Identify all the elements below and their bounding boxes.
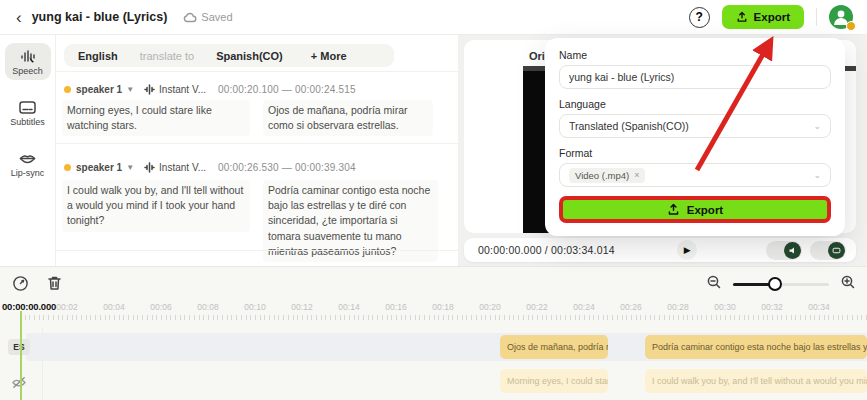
delete-segment-button[interactable] xyxy=(44,273,64,293)
voice-icon xyxy=(144,162,155,173)
tick-label: 00:12 xyxy=(285,302,319,312)
zoom-out-button[interactable] xyxy=(707,275,721,293)
transcript-panel: English translate to Spanish(CO) + More … xyxy=(56,35,458,266)
user-avatar[interactable] xyxy=(829,5,853,29)
language-select-value: Translated (Spanish(CO)) xyxy=(569,120,689,132)
divider xyxy=(56,71,458,72)
tick-label: 00:04 xyxy=(97,302,131,312)
export-button[interactable]: Export xyxy=(722,5,804,29)
name-label: Name xyxy=(559,49,831,61)
track-language-badge[interactable]: ES xyxy=(8,339,30,355)
language-select[interactable]: Translated (Spanish(CO)) ⌄ xyxy=(559,114,831,138)
voice-selector[interactable]: Instant V... xyxy=(144,162,206,173)
tick-label: 00:06 xyxy=(144,302,178,312)
tick-label: 00:26 xyxy=(614,302,648,312)
dub-audio-toggle[interactable] xyxy=(766,241,802,260)
save-status-label: Saved xyxy=(201,11,232,23)
timeline-panel: 00:00:00.000 00:0200:0400:0600:0800:1000… xyxy=(0,266,867,400)
subtitles-icon xyxy=(19,99,37,115)
sidebar-item-subtitles[interactable]: Subtitles xyxy=(5,94,51,131)
zoom-in-icon xyxy=(841,275,855,289)
speed-gauge-icon xyxy=(12,275,29,292)
subtitles-toggle[interactable] xyxy=(810,241,846,260)
playback-speed-button[interactable] xyxy=(10,273,30,293)
timeline-block-source[interactable]: Morning eyes, I could stare xyxy=(500,369,608,393)
tab-source-language[interactable]: English xyxy=(64,50,132,62)
tick-label: 00:22 xyxy=(520,302,554,312)
back-button[interactable]: ‹ xyxy=(16,9,22,26)
tick-label: 00:30 xyxy=(708,302,742,312)
dialog-export-label: Export xyxy=(687,204,723,216)
speaker-name[interactable]: speaker 1 xyxy=(76,84,122,95)
ruler-ticks xyxy=(20,315,867,320)
trash-icon xyxy=(47,275,62,291)
timeline-block-target[interactable]: Podría caminar contigo esta noche bajo l… xyxy=(645,335,867,359)
playhead-line[interactable] xyxy=(20,311,22,400)
voice-icon xyxy=(144,84,155,95)
dialog-export-button[interactable]: Export xyxy=(559,196,831,223)
speaker-icon xyxy=(784,242,801,259)
zoom-in-button[interactable] xyxy=(841,275,855,293)
help-button[interactable]: ? xyxy=(689,7,710,28)
language-tab-bar: English translate to Spanish(CO) + More xyxy=(64,44,394,67)
segment-time-range: 00:00:20.100 — 00:00:24.515 xyxy=(218,84,356,95)
format-select[interactable]: Video (.mp4) × ⌄ xyxy=(559,163,831,187)
timeline-zoom-control xyxy=(707,275,855,293)
play-button[interactable]: ▶ xyxy=(677,240,697,260)
tick-label: 00:18 xyxy=(426,302,460,312)
cloud-icon xyxy=(183,12,197,23)
lip-sync-off-icon[interactable] xyxy=(8,373,30,391)
add-more-language-button[interactable]: + More xyxy=(297,50,361,62)
tick-label: 00:14 xyxy=(332,302,366,312)
chevron-down-icon: ⌄ xyxy=(813,121,821,131)
chip-remove-icon[interactable]: × xyxy=(634,170,639,180)
divider xyxy=(56,250,458,251)
chevron-down-icon[interactable]: ▼ xyxy=(126,85,134,94)
playhead-time: 00:00:00.000 xyxy=(2,301,56,312)
zoom-slider-knob[interactable] xyxy=(768,277,782,291)
voice-selector[interactable]: Instant V... xyxy=(144,84,206,95)
sidebar-item-speech[interactable]: Speech xyxy=(5,43,51,80)
export-button-label: Export xyxy=(754,11,790,23)
voice-name: Instant V... xyxy=(159,162,206,173)
zoom-slider[interactable] xyxy=(733,277,829,291)
speaker-color-dot xyxy=(64,86,71,93)
sidebar-item-lipsync[interactable]: Lip-sync xyxy=(5,145,51,182)
tick-label: 00:24 xyxy=(567,302,601,312)
tick-label: 00:34 xyxy=(802,302,836,312)
captions-icon xyxy=(828,242,845,259)
voice-name: Instant V... xyxy=(159,84,206,95)
left-sidebar: Speech Subtitles Lip-sync xyxy=(0,35,56,266)
upload-icon xyxy=(667,203,680,216)
source-text[interactable]: Morning eyes, I could stare like watchin… xyxy=(62,100,250,136)
zoom-out-icon xyxy=(707,275,721,289)
segment-time-range: 00:00:26.530 — 00:00:39.304 xyxy=(218,162,356,173)
tick-label: 00:20 xyxy=(473,302,507,312)
target-text[interactable]: Ojos de mañana, podría mirar como si obs… xyxy=(263,100,433,136)
tick-label: 00:28 xyxy=(661,302,695,312)
chevron-down-icon: ⌄ xyxy=(813,170,821,180)
save-status: Saved xyxy=(183,11,232,23)
format-label: Format xyxy=(559,147,831,159)
upload-icon xyxy=(736,11,748,23)
timeline-block-source[interactable]: I could walk you by, and I'll tell witho… xyxy=(645,369,867,393)
tick-label: 00:08 xyxy=(191,302,225,312)
divider xyxy=(42,327,43,400)
tick-label: 00:10 xyxy=(238,302,272,312)
player-bar: 00:00:00.000 / 00:03:34.014 ▶ xyxy=(464,238,856,262)
speech-icon xyxy=(19,48,37,64)
language-label: Language xyxy=(559,98,831,110)
tab-target-language[interactable]: Spanish(CO) xyxy=(202,50,297,62)
avatar-badge xyxy=(846,21,856,31)
tick-label: 00:02 xyxy=(50,302,84,312)
translate-to-label: translate to xyxy=(132,50,202,62)
tick-label: 00:16 xyxy=(379,302,413,312)
source-text[interactable]: I could walk you by, and I'll tell witho… xyxy=(62,180,250,232)
speaker-name[interactable]: speaker 1 xyxy=(76,162,122,173)
chevron-down-icon[interactable]: ▼ xyxy=(126,163,134,172)
sidebar-item-label: Lip-sync xyxy=(11,168,45,178)
export-name-input[interactable] xyxy=(559,65,831,89)
format-chip: Video (.mp4) × xyxy=(569,168,645,183)
timeline-block-target[interactable]: Ojos de mañana, podría mir xyxy=(500,335,608,359)
format-chip-label: Video (.mp4) xyxy=(575,170,629,181)
